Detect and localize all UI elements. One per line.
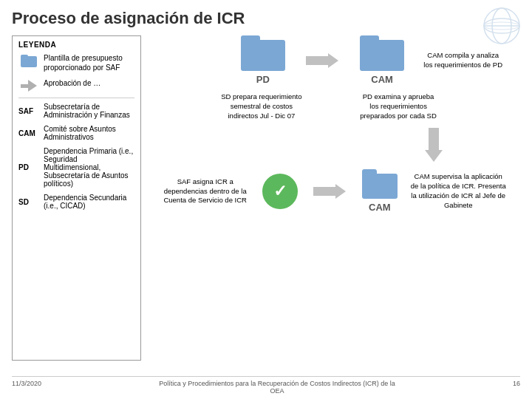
globe-decoration xyxy=(482,6,522,46)
legend-folder-text: Plantilla de presupuesto proporcionado p… xyxy=(44,53,134,72)
legend-label-pd: PD xyxy=(18,163,39,171)
legend-arrow-text: Aprobación de … xyxy=(44,78,100,88)
legend-text-saf: Subsecretaría de Administración y Finanz… xyxy=(44,103,134,119)
legend-text-cam: Comité sobre Asuntos Administrativos xyxy=(44,125,134,141)
legend-box: LEYENDA Plantilla de presupuesto proporc… xyxy=(12,35,141,361)
legend-text-pd: Dependencia Primaria (i.e., Seguridad Mu… xyxy=(44,147,134,188)
legend-label-saf: SAF xyxy=(18,107,39,115)
page: Proceso de asignación de ICR LEYENDA xyxy=(0,0,532,399)
cam-folder-bottom-node: CAM xyxy=(362,169,398,213)
legend-text-sd: Dependencia Secundaria (i.e., CICAD) xyxy=(44,194,134,210)
cam-down-arrow xyxy=(425,128,443,162)
footer-center-text: Política y Procedimientos para la Recupe… xyxy=(151,380,403,395)
footer-page-number: 16 xyxy=(513,380,520,395)
sd-prepara-text: SD prepara requerimiento semestral de co… xyxy=(221,92,302,120)
legend-row-cam: CAM Comité sobre Asuntos Administrativos xyxy=(18,125,134,141)
flow-mid-row: SD prepara requerimiento semestral de co… xyxy=(147,92,520,120)
legend-divider xyxy=(18,98,134,98)
footer-date: 11/3/2020 xyxy=(12,380,41,395)
legend-row-pd: PD Dependencia Primaria (i.e., Seguridad… xyxy=(18,147,134,188)
legend-item-arrow: Aprobación de … xyxy=(18,78,134,92)
cam-folder-bottom-label: CAM xyxy=(369,202,391,213)
arrow-shape xyxy=(21,80,37,92)
page-title: Proceso de asignación de ICR xyxy=(12,9,520,28)
flow-area: PD CAM CAM compila y analiza los requ xyxy=(147,35,520,361)
cam-compila-text: CAM compila y analiza los requerimientos… xyxy=(423,51,504,70)
cam-folder-icon xyxy=(360,35,404,71)
legend-label-sd: SD xyxy=(18,198,39,206)
cam-folder-label: CAM xyxy=(371,74,393,85)
flow-bottom-row1: SAF asigna ICR a dependencias dentro de … xyxy=(147,169,520,213)
flow-top-row: PD CAM CAM compila y analiza los requ xyxy=(147,35,520,85)
legend-item-folder: Plantilla de presupuesto proporcionado p… xyxy=(18,53,134,72)
legend-row-sd: SD Dependencia Secundaria (i.e., CICAD) xyxy=(18,194,134,210)
cam-folder-bottom-icon xyxy=(362,169,398,199)
pd-folder-node: PD xyxy=(241,35,285,85)
content-area: LEYENDA Plantilla de presupuesto proporc… xyxy=(12,35,520,361)
pd-folder-icon xyxy=(241,35,285,71)
footer: 11/3/2020 Política y Procedimientos para… xyxy=(12,376,520,395)
cam-supervisa-text: CAM supervisa la aplicación de la políti… xyxy=(410,172,506,210)
legend-label-cam: CAM xyxy=(18,129,39,137)
pd-examina-text: PD examina y aprueba los requerimientos … xyxy=(358,92,439,120)
pd-to-cam-arrow xyxy=(306,53,338,68)
folder-shape xyxy=(21,55,37,67)
saf-asigna-text: SAF asigna ICR a dependencias dentro de … xyxy=(161,177,250,205)
legend-row-saf: SAF Subsecretaría de Administración y Fi… xyxy=(18,103,134,119)
legend-title: LEYENDA xyxy=(18,41,134,49)
arrow-icon-legend xyxy=(18,80,39,92)
cam-folder-node: CAM xyxy=(360,35,404,85)
checkmark-icon: ✓ xyxy=(262,174,298,209)
folder-icon-legend xyxy=(18,55,39,67)
down-arrow-area xyxy=(147,128,520,162)
pd-folder-label: PD xyxy=(256,74,270,85)
check-to-cam-arrow xyxy=(313,184,346,199)
